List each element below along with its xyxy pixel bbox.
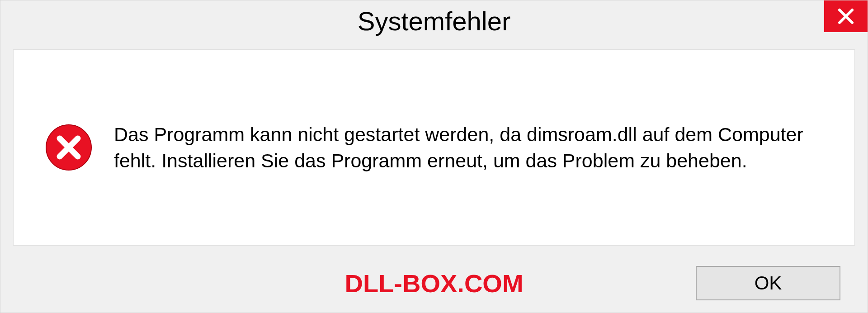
error-icon — [45, 124, 92, 171]
dialog-footer: DLL-BOX.COM OK — [0, 254, 868, 313]
close-button[interactable] — [824, 0, 868, 32]
content-area: Das Programm kann nicht gestartet werden… — [13, 49, 855, 246]
dialog-title: Systemfehler — [358, 6, 510, 36]
close-icon — [837, 7, 855, 25]
watermark-text: DLL-BOX.COM — [344, 269, 523, 298]
ok-button[interactable]: OK — [696, 266, 840, 300]
error-dialog: Systemfehler Das Programm kann nicht ges… — [0, 0, 868, 313]
titlebar: Systemfehler — [0, 0, 868, 41]
error-message: Das Programm kann nicht gestartet werden… — [114, 121, 823, 174]
